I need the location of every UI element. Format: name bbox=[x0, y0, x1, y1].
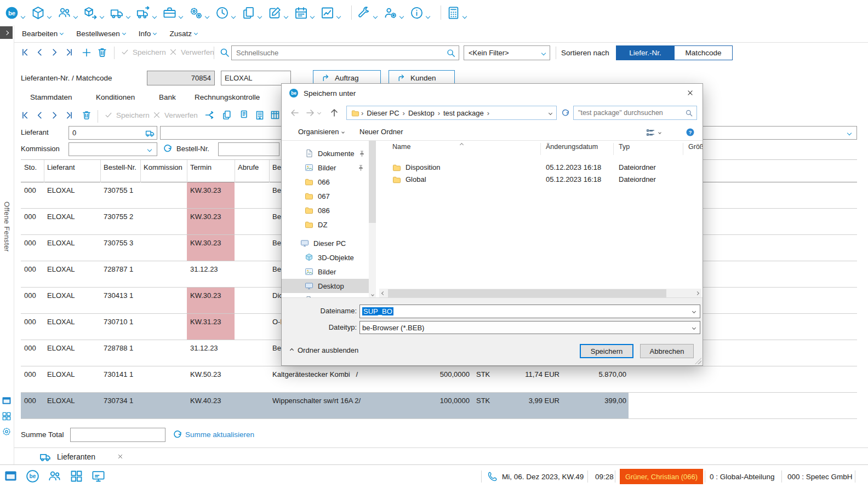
window-tab-lieferanten[interactable]: Lieferanten bbox=[21, 448, 123, 465]
first-record-icon[interactable] bbox=[20, 110, 30, 120]
sort-by-matchcode-button[interactable]: Matchcode bbox=[675, 45, 733, 60]
discard-button[interactable]: Verwerfen bbox=[169, 48, 214, 56]
sidebar-item-066[interactable]: 066 bbox=[282, 175, 369, 189]
workflow-icon[interactable] bbox=[204, 110, 215, 120]
view-mode-button[interactable] bbox=[646, 128, 661, 137]
cube-icon[interactable] bbox=[31, 5, 51, 20]
delete-record-icon[interactable] bbox=[81, 110, 92, 120]
col-bestellnr[interactable]: Bestell-Nr. bbox=[104, 163, 136, 171]
truck-icon[interactable] bbox=[145, 128, 155, 138]
tab-stammdaten[interactable]: Stammdaten bbox=[30, 93, 72, 101]
search-icon[interactable] bbox=[446, 48, 456, 58]
menu-bearbeiten[interactable]: Bearbeiten bbox=[22, 30, 63, 38]
help-button[interactable] bbox=[686, 128, 695, 137]
up-icon[interactable] bbox=[329, 107, 340, 118]
apps-grid-icon[interactable] bbox=[1, 411, 12, 422]
forward-icon[interactable] bbox=[305, 107, 316, 118]
cancel-button[interactable]: Abbrechen bbox=[640, 344, 694, 358]
phone-icon[interactable] bbox=[487, 470, 499, 483]
filetype-combo[interactable]: be-Browser (*.BEB) bbox=[359, 321, 700, 334]
scrollbar-thumb[interactable] bbox=[369, 141, 376, 223]
table-row[interactable]: 000 ELOXAL 730734 1 KW.40.23 Wippenschal… bbox=[21, 393, 857, 419]
bestellnr-input[interactable] bbox=[219, 143, 279, 156]
tab-konditionen[interactable]: Konditionen bbox=[96, 93, 135, 101]
user-settings-icon[interactable] bbox=[383, 5, 403, 20]
col-termin[interactable]: Termin bbox=[190, 163, 212, 171]
resize-grip[interactable] bbox=[695, 358, 701, 364]
last-record-icon[interactable] bbox=[64, 47, 75, 58]
file-col-size[interactable]: Größ bbox=[688, 143, 703, 156]
sidebar-item-086[interactable]: 086 bbox=[282, 203, 369, 217]
breadcrumb[interactable]: › Dieser PC › Desktop › test package › bbox=[346, 106, 557, 120]
sidebar-item-bilder[interactable]: Bilder bbox=[282, 160, 369, 175]
package-export-icon[interactable] bbox=[83, 5, 104, 20]
summe-total-input[interactable] bbox=[71, 428, 165, 441]
truck-icon[interactable] bbox=[110, 5, 130, 20]
file-row-global[interactable]: Global 05.12.2023 16:18 Dateiordner bbox=[378, 174, 695, 186]
filename-combo[interactable]: SUP_BO bbox=[359, 305, 700, 318]
save-button[interactable]: Speichern bbox=[121, 48, 166, 56]
pages-icon[interactable] bbox=[221, 110, 232, 120]
planning-grid-icon[interactable] bbox=[270, 110, 281, 120]
be-logo-icon[interactable] bbox=[4, 5, 25, 20]
documents-icon[interactable] bbox=[241, 5, 261, 20]
sidebar-item-dieser-pc[interactable]: Dieser PC bbox=[282, 236, 369, 250]
save-button[interactable]: Speichern bbox=[580, 344, 633, 358]
col-kommission[interactable]: Kommission bbox=[144, 163, 182, 171]
next-record-icon[interactable] bbox=[49, 110, 60, 120]
window-icon[interactable] bbox=[1, 395, 12, 406]
summe-aktualisieren-link[interactable]: Summe aktualisieren bbox=[185, 430, 254, 439]
refresh-icon[interactable] bbox=[162, 143, 173, 154]
scroll-right-button[interactable] bbox=[695, 291, 699, 295]
breadcrumb-dieser-pc[interactable]: Dieser PC bbox=[365, 109, 401, 117]
user-group-icon[interactable] bbox=[47, 469, 62, 484]
dialog-close-button[interactable] bbox=[677, 84, 703, 102]
table-row[interactable]: 000 ELOXAL 730141 1 KW.50.23 Kaltgerätes… bbox=[21, 366, 857, 393]
chevron-down-icon[interactable] bbox=[549, 111, 552, 114]
back-icon[interactable] bbox=[289, 107, 300, 118]
clock-icon[interactable] bbox=[215, 5, 235, 20]
close-icon[interactable] bbox=[117, 453, 123, 460]
truck-export-icon[interactable] bbox=[136, 5, 156, 20]
save-button[interactable]: Speichern bbox=[104, 111, 150, 119]
chevron-down-icon[interactable] bbox=[317, 111, 321, 114]
quick-search-input[interactable] bbox=[232, 46, 459, 60]
matchcode-field[interactable] bbox=[221, 71, 291, 85]
scroll-left-button[interactable] bbox=[381, 291, 385, 295]
organize-menu[interactable]: Organisieren bbox=[298, 128, 344, 136]
menu-bestellwesen[interactable]: Bestellwesen bbox=[76, 30, 125, 38]
search-icon[interactable] bbox=[219, 47, 230, 58]
sidebar-item-3d-objekte[interactable]: 3D-Objekte bbox=[282, 250, 369, 265]
search-icon[interactable] bbox=[685, 109, 693, 117]
file-row-disposition[interactable]: Disposition 05.12.2023 16:18 Dateiordner bbox=[378, 162, 695, 174]
hide-folders-button[interactable]: Ordner ausblenden bbox=[290, 346, 358, 354]
add-record-icon[interactable] bbox=[81, 47, 92, 58]
sidebar-item-desktop[interactable]: Desktop bbox=[282, 279, 369, 293]
discard-button[interactable]: Verwerfen bbox=[152, 111, 198, 119]
kommission-combo[interactable] bbox=[68, 142, 157, 156]
next-record-icon[interactable] bbox=[49, 47, 60, 58]
gear-icon[interactable] bbox=[1, 426, 12, 437]
refresh-icon[interactable] bbox=[172, 429, 183, 440]
tab-rechnungskontrolle[interactable]: Rechnungskontrolle bbox=[195, 93, 260, 101]
last-record-icon[interactable] bbox=[64, 110, 75, 120]
expand-panel-button[interactable] bbox=[0, 26, 13, 39]
file-col-type[interactable]: Typ bbox=[619, 143, 630, 156]
refresh-icon[interactable] bbox=[561, 108, 570, 118]
tab-bank[interactable]: Bank bbox=[159, 93, 176, 101]
lieferant-input[interactable] bbox=[69, 127, 157, 139]
window-icon[interactable] bbox=[3, 469, 18, 484]
scrollbar-thumb[interactable] bbox=[388, 289, 666, 298]
company-icon[interactable] bbox=[254, 110, 265, 120]
sidebar-scrollbar[interactable] bbox=[369, 141, 376, 298]
previous-record-icon[interactable] bbox=[35, 110, 45, 120]
sidebar-item-067[interactable]: 067 bbox=[282, 189, 369, 203]
filter-select[interactable]: <Kein Filter> bbox=[464, 45, 550, 60]
sidebar-item-dokumente[interactable]: Dokumente bbox=[282, 146, 369, 160]
file-col-date[interactable]: Änderungsdatum bbox=[546, 143, 598, 156]
info-icon[interactable] bbox=[409, 5, 430, 20]
apps-grid-icon[interactable] bbox=[69, 469, 84, 484]
col-lieferant[interactable]: Lieferant bbox=[47, 163, 75, 171]
copy-icon[interactable] bbox=[238, 110, 249, 120]
breadcrumb-desktop[interactable]: Desktop bbox=[407, 109, 436, 117]
